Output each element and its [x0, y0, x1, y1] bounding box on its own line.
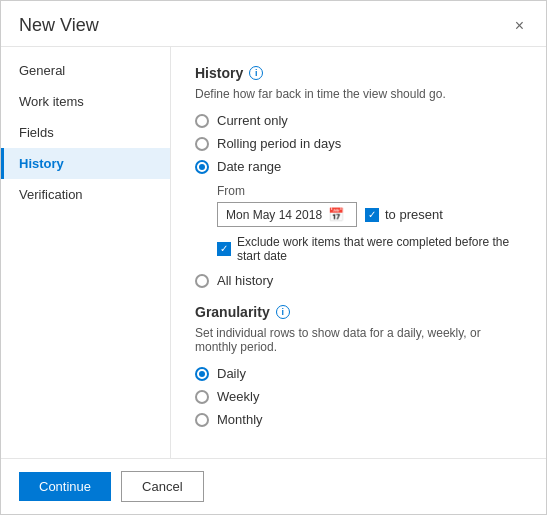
sidebar-item-label: General	[19, 63, 65, 78]
history-section-title: History i	[195, 65, 522, 81]
radio-current-only-indicator	[195, 114, 209, 128]
radio-daily-label: Daily	[217, 366, 246, 381]
new-view-dialog: New View × General Work items Fields His…	[0, 0, 547, 515]
granularity-title-text: Granularity	[195, 304, 270, 320]
sidebar-item-label: Fields	[19, 125, 54, 140]
calendar-icon[interactable]: 📅	[328, 207, 344, 222]
exclude-label: Exclude work items that were completed b…	[237, 235, 522, 263]
radio-current-only[interactable]: Current only	[195, 113, 522, 128]
sidebar-item-work-items[interactable]: Work items	[1, 86, 170, 117]
granularity-info-icon[interactable]: i	[276, 305, 290, 319]
history-radio-group: Current only Rolling period in days Date…	[195, 113, 522, 174]
radio-rolling-period-label: Rolling period in days	[217, 136, 341, 151]
radio-current-only-label: Current only	[217, 113, 288, 128]
radio-daily-indicator	[195, 367, 209, 381]
sidebar-item-label: Verification	[19, 187, 83, 202]
to-present-row: to present	[365, 207, 443, 222]
granularity-radio-group: Daily Weekly Monthly	[195, 366, 522, 427]
radio-rolling-period[interactable]: Rolling period in days	[195, 136, 522, 151]
radio-date-range-indicator	[195, 160, 209, 174]
dialog-body: General Work items Fields History Verifi…	[1, 47, 546, 458]
radio-weekly-indicator	[195, 390, 209, 404]
history-title-text: History	[195, 65, 243, 81]
date-range-content: From Mon May 14 2018 📅 to present Exclud…	[217, 184, 522, 263]
date-value: Mon May 14 2018	[226, 208, 322, 222]
radio-date-range[interactable]: Date range	[195, 159, 522, 174]
radio-all-history-label: All history	[217, 273, 273, 288]
dialog-footer: Continue Cancel	[1, 458, 546, 514]
sidebar-item-general[interactable]: General	[1, 55, 170, 86]
radio-monthly-indicator	[195, 413, 209, 427]
sidebar-item-fields[interactable]: Fields	[1, 117, 170, 148]
continue-button[interactable]: Continue	[19, 472, 111, 501]
history-description: Define how far back in time the view sho…	[195, 87, 522, 101]
granularity-section-title: Granularity i	[195, 304, 522, 320]
to-present-checkbox[interactable]	[365, 208, 379, 222]
to-present-label: to present	[385, 207, 443, 222]
sidebar-item-label: History	[19, 156, 64, 171]
date-row: Mon May 14 2018 📅 to present	[217, 202, 522, 227]
sidebar-item-history[interactable]: History	[1, 148, 170, 179]
radio-monthly-label: Monthly	[217, 412, 263, 427]
radio-weekly[interactable]: Weekly	[195, 389, 522, 404]
radio-all-history-indicator	[195, 274, 209, 288]
exclude-row: Exclude work items that were completed b…	[217, 235, 522, 263]
radio-date-range-label: Date range	[217, 159, 281, 174]
sidebar-item-label: Work items	[19, 94, 84, 109]
radio-monthly[interactable]: Monthly	[195, 412, 522, 427]
cancel-button[interactable]: Cancel	[121, 471, 203, 502]
radio-daily[interactable]: Daily	[195, 366, 522, 381]
granularity-description: Set individual rows to show data for a d…	[195, 326, 522, 354]
date-input[interactable]: Mon May 14 2018 📅	[217, 202, 357, 227]
granularity-section: Granularity i Set individual rows to sho…	[195, 304, 522, 427]
from-label: From	[217, 184, 522, 198]
content-area: History i Define how far back in time th…	[171, 47, 546, 458]
dialog-title: New View	[19, 15, 99, 36]
all-history-radio-group: All history	[195, 273, 522, 288]
sidebar-item-verification[interactable]: Verification	[1, 179, 170, 210]
radio-all-history[interactable]: All history	[195, 273, 522, 288]
exclude-checkbox[interactable]	[217, 242, 231, 256]
radio-rolling-period-indicator	[195, 137, 209, 151]
close-button[interactable]: ×	[511, 16, 528, 36]
dialog-header: New View ×	[1, 1, 546, 47]
radio-weekly-label: Weekly	[217, 389, 259, 404]
history-info-icon[interactable]: i	[249, 66, 263, 80]
sidebar: General Work items Fields History Verifi…	[1, 47, 171, 458]
